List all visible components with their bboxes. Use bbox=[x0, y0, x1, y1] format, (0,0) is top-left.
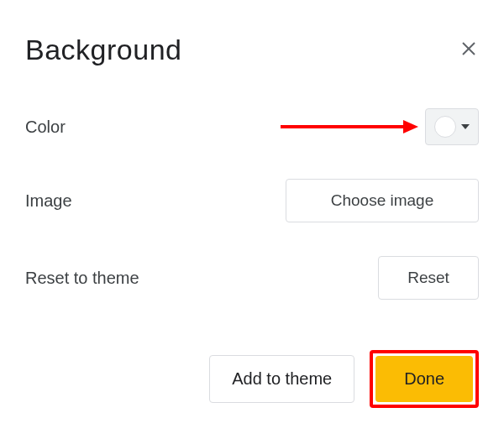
svg-marker-3 bbox=[403, 120, 418, 133]
dialog-footer: Add to theme Done bbox=[25, 350, 479, 408]
color-label: Color bbox=[25, 118, 66, 137]
choose-image-button[interactable]: Choose image bbox=[286, 179, 479, 222]
highlight-annotation: Done bbox=[370, 350, 479, 408]
dropdown-caret-icon bbox=[461, 124, 470, 129]
close-icon bbox=[459, 39, 479, 59]
dialog-header: Background bbox=[25, 34, 479, 66]
done-button[interactable]: Done bbox=[375, 356, 473, 402]
close-button[interactable] bbox=[459, 39, 479, 62]
dialog-title: Background bbox=[25, 34, 181, 66]
color-row: Color bbox=[25, 108, 479, 145]
color-swatch bbox=[434, 116, 456, 138]
reset-button[interactable]: Reset bbox=[378, 256, 479, 300]
add-to-theme-button[interactable]: Add to theme bbox=[209, 355, 354, 403]
reset-row: Reset to theme Reset bbox=[25, 256, 479, 300]
color-picker-button[interactable] bbox=[425, 108, 479, 145]
image-label: Image bbox=[25, 191, 72, 211]
reset-label: Reset to theme bbox=[25, 269, 139, 288]
arrow-annotation bbox=[277, 117, 420, 137]
image-row: Image Choose image bbox=[25, 179, 479, 222]
